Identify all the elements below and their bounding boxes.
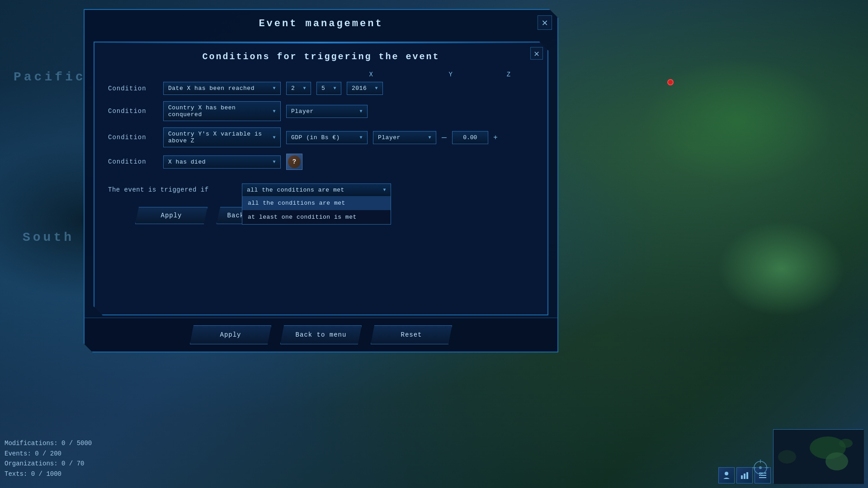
south-label: South — [23, 230, 74, 244]
condition-4-dropdown[interactable]: X has died ▼ — [163, 155, 281, 169]
condition-1-day-val: 2 — [291, 85, 295, 92]
condition-2-player-val: Player — [291, 108, 314, 115]
number-input-group: 0.00 + — [452, 131, 501, 144]
condition-row-3: Condition Country Y's X variable is abov… — [108, 127, 534, 147]
trigger-section: The event is triggered if all the condit… — [108, 183, 534, 196]
trigger-arrow: ▼ — [383, 188, 386, 192]
month-arrow: ▼ — [333, 86, 336, 91]
dash-separator: — — [442, 133, 447, 142]
stat-texts: Texts: 0 / 1000 — [5, 469, 92, 479]
bottom-apply-button[interactable]: Apply — [190, 325, 271, 344]
icon-person[interactable] — [718, 467, 735, 483]
bottom-reset-button[interactable]: Reset — [371, 325, 452, 344]
condition-1-month-val: 5 — [321, 85, 325, 92]
condition-1-value: Date X has been reached — [168, 85, 255, 92]
trigger-option-2[interactable]: at least one condition is met — [242, 210, 391, 224]
condition-4-value: X has died — [168, 159, 206, 165]
condition-row-1: Condition Date X has been reached ▼ 2 ▼ … — [108, 82, 534, 95]
condition-3-player-val: Player — [378, 134, 401, 141]
minimap — [773, 429, 863, 483]
inner-title: Conditions for triggering the event — [108, 52, 534, 62]
condition-3-dropdown[interactable]: Country Y's X variable is above Z ▼ — [163, 127, 281, 147]
col-header-x: X — [325, 71, 418, 78]
condition-label-4: Condition — [108, 158, 158, 165]
condition-row-2: Condition Country X has been conquered ▼… — [108, 101, 534, 121]
inner-apply-button[interactable]: Apply — [135, 207, 208, 224]
svg-rect-13 — [744, 474, 745, 479]
stat-events: Events: 0 / 200 — [5, 449, 92, 459]
crosshair-icon — [751, 459, 769, 477]
condition-1-dropdown[interactable]: Date X has been reached ▼ — [163, 82, 281, 95]
trigger-option-1[interactable]: all the conditions are met — [242, 196, 391, 210]
condition-2-dropdown[interactable]: Country X has been conquered ▼ — [163, 101, 281, 121]
svg-point-4 — [839, 439, 853, 448]
svg-point-10 — [759, 466, 762, 469]
svg-rect-14 — [746, 472, 748, 479]
condition-3-value: Country Y's X variable is above Z — [168, 131, 270, 144]
outer-modal: Event management ✕ ✕ Conditions for trig… — [84, 9, 558, 352]
svg-point-2 — [826, 452, 848, 470]
col-header-y: Y — [418, 71, 484, 78]
crosshair-container — [751, 459, 769, 479]
question-icon[interactable]: ? — [286, 154, 302, 170]
condition-1-year[interactable]: 2016 ▼ — [347, 82, 383, 95]
modal-title: Event management — [85, 10, 557, 35]
chart-icon-svg — [740, 471, 749, 480]
condition-label-3: Condition — [108, 134, 158, 141]
number-display: 0.00 — [452, 131, 488, 144]
trigger-dropdown-container: all the conditions are met ▼ all the con… — [242, 183, 391, 196]
condition-2-value: Country X has been conquered — [168, 104, 270, 118]
player-2-arrow: ▼ — [359, 109, 363, 114]
condition-label-2: Condition — [108, 108, 158, 115]
condition-label-1: Condition — [108, 85, 158, 92]
bottom-back-button[interactable]: Back to menu — [280, 325, 362, 344]
person-icon-svg — [722, 471, 731, 480]
player-3-arrow: ▼ — [428, 135, 431, 140]
svg-point-3 — [778, 450, 796, 464]
condition-3-player[interactable]: Player ▼ — [373, 131, 436, 144]
bottom-bar: Apply Back to menu Reset — [85, 318, 557, 352]
close-button-outer[interactable]: ✕ — [538, 15, 552, 30]
minimap-svg — [774, 430, 864, 484]
condition-1-day[interactable]: 2 ▼ — [286, 82, 311, 95]
stat-modifications: Modifications: 0 / 5000 — [5, 438, 92, 448]
condition-4-arrow: ▼ — [273, 160, 276, 164]
inner-modal: ✕ Conditions for triggering the event X … — [94, 42, 548, 315]
trigger-value: all the conditions are met — [247, 187, 344, 193]
gdp-arrow: ▼ — [359, 135, 363, 140]
condition-1-year-val: 2016 — [352, 85, 367, 92]
condition-row-4: Condition X has died ▼ ? — [108, 154, 534, 170]
question-mark: ? — [292, 158, 296, 165]
trigger-label: The event is triggered if — [108, 186, 235, 193]
day-arrow: ▼ — [303, 86, 306, 91]
condition-2-player[interactable]: Player ▼ — [286, 105, 368, 118]
svg-rect-12 — [741, 475, 743, 479]
stats-overlay: Modifications: 0 / 5000 Events: 0 / 200 … — [5, 438, 92, 479]
column-headers: X Y Z — [248, 71, 534, 78]
svg-point-11 — [725, 472, 728, 475]
trigger-dropdown[interactable]: all the conditions are met ▼ — [242, 183, 391, 196]
close-button-inner[interactable]: ✕ — [530, 47, 543, 60]
condition-2-arrow: ▼ — [273, 109, 276, 114]
col-header-z: Z — [484, 71, 534, 78]
year-arrow: ▼ — [375, 86, 378, 91]
condition-3-gdp-val: GDP (in Bs €) — [291, 134, 340, 141]
num-plus-button[interactable]: + — [490, 131, 501, 144]
condition-1-month[interactable]: 5 ▼ — [316, 82, 341, 95]
map-marker — [667, 79, 674, 85]
stat-organizations: Organizations: 0 / 70 — [5, 459, 92, 469]
icon-chart[interactable] — [736, 467, 753, 483]
condition-1-arrow: ▼ — [273, 86, 276, 91]
condition-3-arrow: ▼ — [273, 135, 276, 140]
trigger-dropdown-menu: all the conditions are met at least one … — [242, 196, 391, 225]
condition-3-gdp[interactable]: GDP (in Bs €) ▼ — [286, 131, 368, 144]
